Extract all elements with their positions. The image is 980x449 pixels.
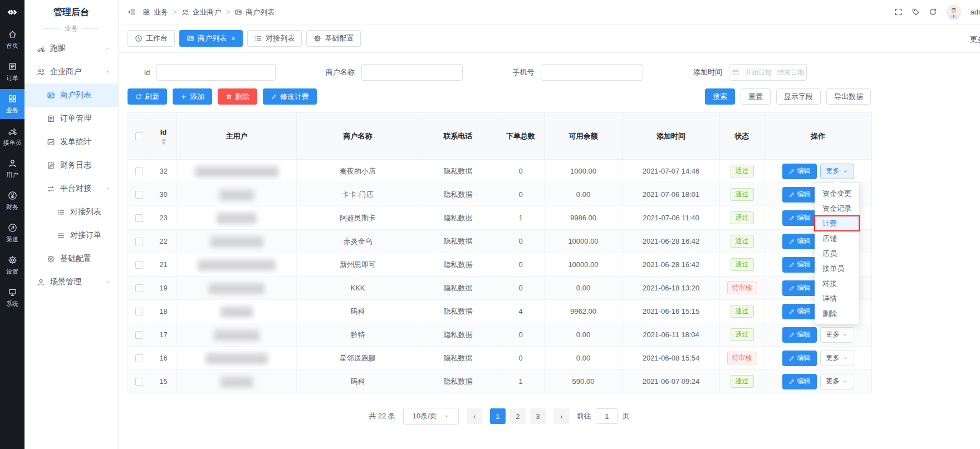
order-icon xyxy=(8,62,17,71)
rail-item-monitor[interactable]: 系统 xyxy=(0,283,24,313)
edit-button[interactable]: 编辑 xyxy=(782,304,817,319)
dropdown-item[interactable]: 店员 xyxy=(815,246,859,261)
rail-item-user[interactable]: 用户 xyxy=(0,154,24,184)
edit-button[interactable]: 编辑 xyxy=(782,210,817,226)
sidebar-item-docedit-5[interactable]: 财务日志 xyxy=(24,154,118,177)
sidebar-item-people-1[interactable]: 企业商户 xyxy=(24,60,118,83)
row-checkbox[interactable] xyxy=(135,308,143,315)
rail-item-gear[interactable]: 设置 xyxy=(0,250,24,280)
sidebar-item-lines-8[interactable]: 对接订单 xyxy=(24,224,118,247)
sidebar-item-card-2[interactable]: 商户列表 xyxy=(24,83,118,107)
dropdown-item[interactable]: 详情 xyxy=(815,291,859,306)
tab-gear[interactable]: 基础配置 xyxy=(306,30,361,47)
col-balance: 可用余额 xyxy=(545,113,623,160)
row-checkbox[interactable] xyxy=(135,238,143,245)
edit-button[interactable]: 编辑 xyxy=(782,234,817,249)
more-button[interactable]: 更多 xyxy=(820,351,854,366)
clock-icon xyxy=(135,34,143,42)
masked-user xyxy=(205,353,268,364)
row-checkbox[interactable] xyxy=(135,167,143,175)
row-checkbox[interactable] xyxy=(135,331,143,339)
add-button[interactable]: 添加 xyxy=(173,88,212,105)
sidebar-item-user-10[interactable]: 场景管理 xyxy=(24,270,118,294)
page-button-3[interactable]: 3 xyxy=(530,408,546,424)
edit-button[interactable]: 编辑 xyxy=(782,374,817,389)
left-rail: 首页 订单 业务 接单员 用户 财务 渠道 设置 系统 xyxy=(0,0,24,449)
close-icon[interactable]: × xyxy=(231,34,236,42)
page-button-1[interactable]: 1 xyxy=(490,408,506,424)
rail-item-moped[interactable]: 接单员 xyxy=(0,121,24,151)
collapse-menu-icon[interactable] xyxy=(128,8,136,16)
next-page-button[interactable]: › xyxy=(553,408,569,424)
row-checkbox[interactable] xyxy=(135,378,143,386)
search-button[interactable]: 搜索 xyxy=(705,88,735,105)
prev-page-button[interactable]: ‹ xyxy=(467,408,482,424)
phone-filter-input[interactable] xyxy=(541,64,643,81)
row-checkbox[interactable] xyxy=(135,261,143,269)
date-range-picker[interactable]: 开始日期 结束日期 xyxy=(729,64,807,81)
dropdown-item[interactable]: 资金变更 xyxy=(815,186,859,201)
edit-button[interactable]: 编辑 xyxy=(782,280,817,296)
dropdown-item-highlighted[interactable]: 计费 xyxy=(815,216,859,231)
more-button[interactable]: 更多 xyxy=(820,374,854,389)
display-fields-button[interactable]: 显示字段 xyxy=(776,88,821,105)
more-button[interactable]: 更多 xyxy=(820,327,854,343)
edit-button[interactable]: 编辑 xyxy=(782,351,817,366)
pagination: 共 22 条 10条/页 ‹ 123 › 前往 页 xyxy=(128,408,871,425)
breadcrumb-item-card[interactable]: 商户列表 xyxy=(234,7,275,17)
tag-icon[interactable] xyxy=(912,8,920,16)
breadcrumb-item-grid[interactable]: 业务 xyxy=(143,7,168,17)
sidebar-item-moped-0[interactable]: 跑腿 xyxy=(24,37,118,60)
app-title: 管理后台 xyxy=(24,0,118,22)
dropdown-item[interactable]: 对接 xyxy=(815,276,859,291)
tabs-more[interactable]: 更多 xyxy=(970,34,980,45)
avatar[interactable] xyxy=(946,4,962,20)
reset-button[interactable]: 重置 xyxy=(741,88,771,105)
goto-page-input[interactable] xyxy=(596,408,618,424)
rail-item-order[interactable]: 订单 xyxy=(0,57,24,87)
dropdown-item[interactable]: 接单员 xyxy=(815,261,859,276)
edit-button[interactable]: 编辑 xyxy=(782,257,817,273)
pencil-icon xyxy=(788,355,795,362)
row-checkbox[interactable] xyxy=(135,214,143,222)
dropdown-item[interactable]: 删除 xyxy=(815,306,859,321)
dropdown-item[interactable]: 资金记录 xyxy=(815,201,859,216)
edit-button[interactable]: 编辑 xyxy=(782,164,817,179)
edit-button[interactable]: 编辑 xyxy=(782,187,817,203)
row-checkbox[interactable] xyxy=(135,284,143,292)
sidebar-item-gear-9[interactable]: 基础配置 xyxy=(24,247,118,270)
page-size-select[interactable]: 10条/页 xyxy=(403,408,459,425)
id-filter-input[interactable] xyxy=(156,64,276,81)
row-checkbox[interactable] xyxy=(135,191,143,199)
refresh-button[interactable]: 刷新 xyxy=(128,88,167,105)
rail-item-channel[interactable]: 渠道 xyxy=(0,218,24,248)
breadcrumb-item-people[interactable]: 企业商户 xyxy=(182,7,222,17)
tab-clock[interactable]: 工作台 xyxy=(128,30,175,47)
more-button[interactable]: 更多 xyxy=(820,164,854,179)
refresh-icon[interactable] xyxy=(929,8,937,16)
sort-carets[interactable] xyxy=(161,138,166,145)
app-logo[interactable] xyxy=(0,0,24,24)
rail-item-home[interactable]: 首页 xyxy=(0,24,24,55)
fullscreen-icon[interactable] xyxy=(894,8,903,16)
export-data-button[interactable]: 导出数据 xyxy=(826,88,871,105)
cell-order-total: 0 xyxy=(497,160,545,183)
rail-item-finance[interactable]: 财务 xyxy=(0,186,24,216)
sidebar-item-chart-4[interactable]: 发单统计 xyxy=(24,130,118,154)
dropdown-item[interactable]: 店铺 xyxy=(815,231,859,246)
sidebar-item-doc-3[interactable]: 订单管理 xyxy=(24,107,118,130)
sidebar-item-swap-6[interactable]: 平台对接 xyxy=(24,177,118,200)
merchant-name-filter-input[interactable] xyxy=(361,64,463,81)
edit-billing-button[interactable]: 修改计费 xyxy=(263,88,317,105)
tab-listdots[interactable]: 对接列表 xyxy=(247,30,302,47)
sidebar-item-listdots-7[interactable]: 对接列表 xyxy=(24,200,118,224)
row-checkbox[interactable] xyxy=(135,354,143,362)
rail-item-grid[interactable]: 业务 xyxy=(0,89,24,119)
delete-button[interactable]: 删除 xyxy=(218,88,257,105)
tab-card[interactable]: 商户列表 × xyxy=(179,30,243,47)
select-all-checkbox[interactable] xyxy=(135,132,143,140)
page-button-2[interactable]: 2 xyxy=(510,408,526,424)
edit-button[interactable]: 编辑 xyxy=(782,327,817,343)
username[interactable]: admin xyxy=(971,8,980,16)
status-badge: 通过 xyxy=(731,188,754,201)
